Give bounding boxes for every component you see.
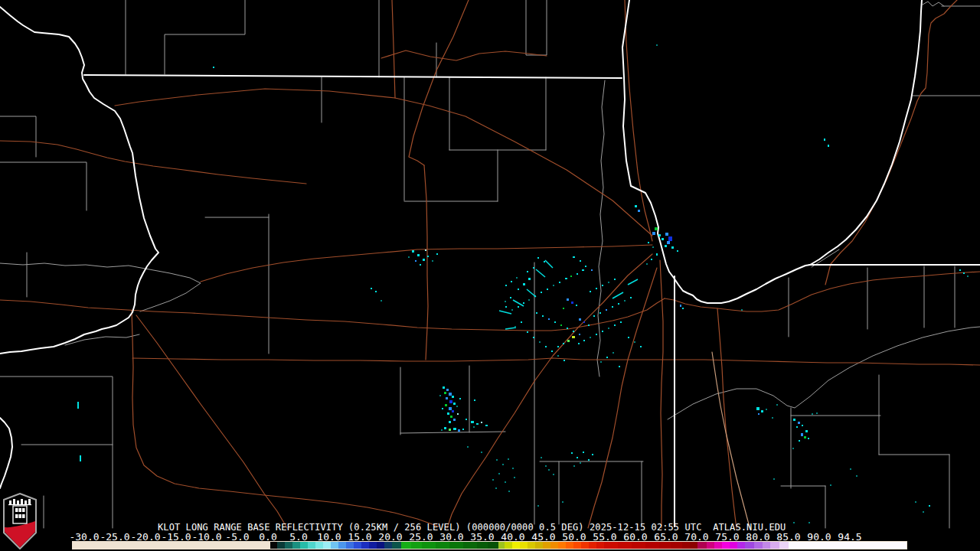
colorbar-segment bbox=[730, 542, 737, 549]
colorbar-segment bbox=[331, 542, 338, 549]
colorbar-segment bbox=[449, 542, 463, 549]
colorbar-segment bbox=[277, 542, 285, 549]
colorbar-segment bbox=[354, 542, 361, 549]
colorbar-segment bbox=[285, 542, 292, 549]
colorbar-segment bbox=[73, 542, 270, 549]
colorbar-segment bbox=[498, 542, 505, 549]
colorbar-segment bbox=[737, 542, 745, 549]
colorbar-segment bbox=[463, 542, 477, 549]
colorbar-segment bbox=[401, 542, 411, 549]
colorbar-segment bbox=[292, 542, 300, 549]
colorbar-segment bbox=[361, 542, 369, 549]
colorbar-segment bbox=[338, 542, 346, 549]
colorbar-segment bbox=[722, 542, 730, 549]
colorbar-segment bbox=[763, 542, 770, 549]
colorbar-segment bbox=[411, 542, 422, 549]
colorbar-segment bbox=[707, 542, 714, 549]
colorbar-segment bbox=[770, 542, 779, 549]
colorbar-segment bbox=[369, 542, 377, 549]
colorbar-segment bbox=[308, 542, 315, 549]
colorbar-segment bbox=[604, 542, 618, 549]
colorbar-segment bbox=[323, 542, 331, 549]
colorbar-segment bbox=[377, 542, 384, 549]
colorbar-segment bbox=[566, 542, 573, 549]
colorbar-segment bbox=[543, 542, 550, 549]
radar-map bbox=[0, 0, 980, 530]
colorbar-segment bbox=[505, 542, 512, 549]
colorbar-segment bbox=[789, 542, 906, 549]
colorbar-segment bbox=[779, 542, 789, 549]
colorbar-segment bbox=[632, 542, 645, 549]
colorbar-segment bbox=[697, 542, 707, 549]
colorbar-segment bbox=[550, 542, 558, 549]
colorbar-segment bbox=[346, 542, 354, 549]
colorbar-segment bbox=[754, 542, 763, 549]
colorbar-segment bbox=[436, 542, 449, 549]
colorbar-segment bbox=[488, 542, 498, 549]
colorbar-segment bbox=[520, 542, 528, 549]
colorbar-segment bbox=[535, 542, 543, 549]
colorbar-segment bbox=[745, 542, 754, 549]
colorbar-segment bbox=[659, 542, 671, 549]
colorbar-segment bbox=[270, 542, 277, 549]
colorbar-segment bbox=[589, 542, 596, 549]
colorbar-segment bbox=[714, 542, 722, 549]
colorbar-segment bbox=[618, 542, 632, 549]
colorbar-segment bbox=[384, 542, 392, 549]
colorbar-segment bbox=[581, 542, 589, 549]
colorbar-segment bbox=[645, 542, 659, 549]
reflectivity-colorbar bbox=[72, 541, 907, 549]
colorbar-segment bbox=[671, 542, 682, 549]
colorbar-segment bbox=[512, 542, 520, 549]
colorbar-segment bbox=[300, 542, 308, 549]
colorbar-segment bbox=[392, 542, 401, 549]
colorbar-segment bbox=[690, 542, 697, 549]
colorbar-segment bbox=[573, 542, 581, 549]
colorbar-segment bbox=[558, 542, 566, 549]
colorbar-segment bbox=[477, 542, 488, 549]
colorbar-segment bbox=[682, 542, 690, 549]
radar-screen: KLOT LONG RANGE BASE REFLECTIVITY (0.25K… bbox=[0, 0, 980, 551]
legend-bar: KLOT LONG RANGE BASE REFLECTIVITY (0.25K… bbox=[0, 520, 980, 551]
colorbar-segment bbox=[315, 542, 323, 549]
colorbar-segment bbox=[528, 542, 535, 549]
colorbar-segment bbox=[422, 542, 436, 549]
niu-logo bbox=[3, 493, 37, 549]
colorbar-segment bbox=[596, 542, 604, 549]
